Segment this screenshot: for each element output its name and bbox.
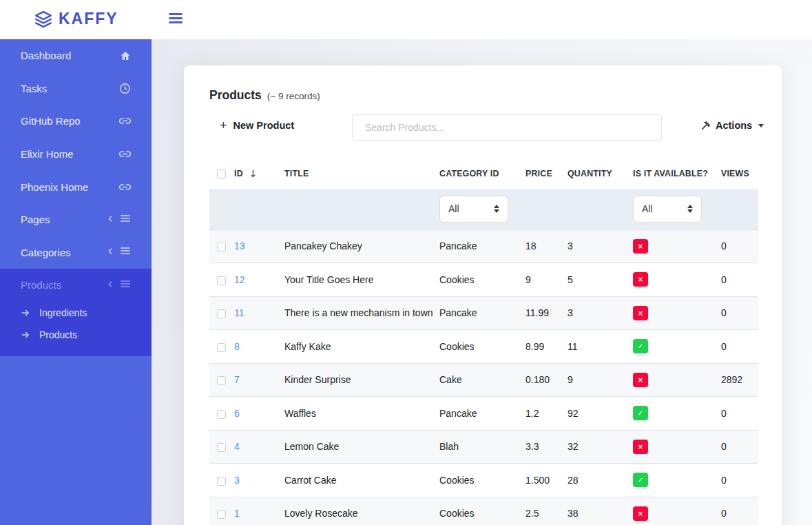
table-row: 1 Lovely Rosecake Cookies 2.5 38 × 0 (209, 497, 758, 525)
row-category: Cookies (439, 263, 525, 297)
row-category: Pancake (439, 296, 525, 330)
row-id-link[interactable]: 8 (234, 341, 240, 352)
table-row: 4 Lemon Cake Blah 3.3 32 × 0 (209, 430, 758, 464)
row-id-link[interactable]: 11 (234, 307, 244, 318)
row-quantity: 92 (568, 397, 633, 431)
row-category: Blah (439, 430, 525, 464)
row-category: Cookies (439, 497, 525, 525)
row-price: 3.3 (525, 430, 568, 464)
plus-icon: + (220, 119, 227, 132)
row-title: Your Title Goes Here (284, 263, 439, 297)
availability-badge: × (633, 306, 648, 320)
sidebar-item-products[interactable]: Products (0, 269, 152, 302)
column-header-title: TITLE (284, 161, 439, 189)
page-title: Products (209, 88, 262, 103)
row-title: Lemon Cake (284, 430, 439, 464)
column-header-id[interactable]: ID ↓ (234, 168, 284, 179)
row-title: Lovely Rosecake (284, 497, 439, 525)
column-header-quantity: QUANTITY (568, 161, 633, 189)
row-views: 0 (721, 296, 758, 330)
sidebar-item-tasks[interactable]: Tasks (0, 72, 152, 105)
row-quantity: 32 (568, 430, 633, 464)
sidebar-item-pages[interactable]: Pages (0, 203, 152, 236)
row-category: Cookies (439, 464, 525, 497)
row-title: Pancakey Chakey (284, 229, 439, 263)
row-category: Pancake (439, 229, 525, 263)
row-id-link[interactable]: 6 (234, 408, 240, 419)
brand-logo[interactable]: KAFFY (34, 10, 118, 28)
row-title: There is a new mechanism in town (284, 296, 439, 330)
sidebar-item-dashboard[interactable]: Dashboard (0, 39, 152, 72)
link-icon (119, 181, 131, 193)
row-views: 0 (721, 464, 758, 497)
brand-name: KAFFY (59, 10, 118, 28)
row-id-link[interactable]: 12 (234, 274, 245, 285)
table-row: 6 Waffles Pancake 1.2 92 ✓ 0 (209, 397, 758, 431)
row-category: Cake (439, 363, 525, 397)
row-id-link[interactable]: 13 (234, 240, 245, 251)
sidebar-item-label: Pages (21, 214, 50, 225)
row-checkbox[interactable] (217, 309, 226, 318)
records-count: (~ 9 records) (267, 91, 320, 101)
column-header-available: IS IT AVAILABLE? (633, 161, 721, 189)
sidebar-item-phoenix-home[interactable]: Phoenix Home (0, 170, 152, 203)
select-all-checkbox[interactable] (217, 169, 226, 178)
clock-icon (119, 83, 131, 94)
row-price: 8.99 (525, 330, 568, 364)
sidebar-group-products: Products Ingredients Products (0, 269, 152, 356)
row-title: Kinder Surprise (284, 363, 439, 397)
sort-descending-icon[interactable]: ↓ (249, 168, 258, 179)
sidebar-item-github-repo[interactable]: GitHub Repo (0, 105, 152, 138)
column-header-views: VIEWS (721, 161, 758, 189)
row-price: 11.99 (525, 296, 568, 330)
table-header-row: ID ↓ TITLE CATEGORY ID PRICE QUANTITY IS… (209, 161, 758, 189)
gavel-icon (700, 121, 711, 131)
available-filter-select[interactable]: All (633, 196, 702, 223)
products-card: Products (~ 9 records) + New Product Act… (184, 65, 782, 525)
row-checkbox[interactable] (217, 243, 226, 251)
row-category: Pancake (439, 397, 525, 431)
row-checkbox[interactable] (217, 443, 226, 452)
arrow-right-icon (21, 330, 30, 340)
row-id-link[interactable]: 1 (234, 508, 240, 519)
row-id-link[interactable]: 3 (234, 475, 240, 486)
row-views: 0 (721, 430, 758, 464)
availability-badge: ✓ (633, 473, 648, 487)
row-title: Carrot Cake (284, 464, 439, 497)
table-row: 8 Kaffy Kake Cookies 8.99 11 ✓ 0 (209, 330, 758, 364)
row-id-link[interactable]: 7 (234, 374, 240, 385)
table-row: 13 Pancakey Chakey Pancake 18 3 × 0 (209, 229, 758, 263)
hamburger-icon[interactable] (169, 13, 183, 25)
main-content: Products (~ 9 records) + New Product Act… (152, 39, 812, 525)
actions-dropdown[interactable]: Actions (700, 120, 764, 131)
availability-badge: ✓ (633, 406, 648, 420)
search-input[interactable] (352, 114, 662, 141)
sidebar-item-label: Phoenix Home (21, 181, 88, 193)
category-filter-select[interactable]: All (439, 196, 508, 223)
row-quantity: 9 (568, 363, 633, 397)
table-row: 12 Your Title Goes Here Cookies 9 5 × 0 (209, 263, 758, 297)
availability-badge: × (633, 239, 648, 254)
row-checkbox[interactable] (217, 510, 226, 519)
row-checkbox[interactable] (217, 276, 226, 285)
row-quantity: 28 (568, 464, 633, 497)
row-quantity: 5 (568, 263, 633, 297)
row-checkbox[interactable] (217, 477, 226, 486)
sidebar-subitem-ingredients[interactable]: Ingredients (0, 302, 152, 324)
new-product-button[interactable]: + New Product (220, 119, 294, 132)
row-checkbox[interactable] (217, 343, 226, 352)
row-checkbox[interactable] (217, 410, 226, 419)
row-checkbox[interactable] (217, 376, 226, 385)
sidebar-item-categories[interactable]: Categories (0, 236, 152, 269)
row-category: Cookies (439, 330, 525, 364)
menu-icon (120, 278, 131, 292)
products-table: ID ↓ TITLE CATEGORY ID PRICE QUANTITY IS… (209, 161, 758, 525)
row-title: Kaffy Kake (284, 330, 439, 364)
row-price: 2.5 (525, 497, 568, 525)
sidebar-item-elixir-home[interactable]: Elixir Home (0, 138, 152, 171)
sidebar-item-label: Categories (21, 247, 71, 258)
sidebar-item-label: Products (21, 279, 61, 291)
home-icon (120, 50, 131, 61)
sidebar-subitem-products[interactable]: Products (0, 324, 152, 346)
row-id-link[interactable]: 4 (234, 441, 240, 452)
